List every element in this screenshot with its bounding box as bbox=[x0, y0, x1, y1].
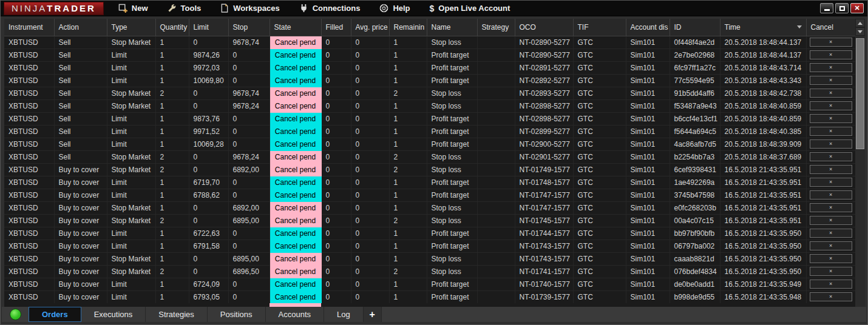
cancel-order-button[interactable]: × bbox=[810, 267, 852, 276]
order-row[interactable]: XBTUSDSellLimit110069,800Cancel pend001P… bbox=[4, 74, 855, 87]
column-header-quantity[interactable]: Quantity bbox=[155, 19, 189, 36]
tab-accounts[interactable]: Accounts bbox=[266, 307, 324, 322]
cancel-order-button[interactable]: × bbox=[810, 203, 852, 212]
order-row[interactable]: XBTUSDBuy to coverLimit16793,050Cancel p… bbox=[4, 290, 855, 303]
order-row[interactable]: XBTUSDSellLimit19873,760Cancel pend001Pr… bbox=[4, 112, 855, 125]
cell-oco: NT-02890-5277 bbox=[515, 49, 573, 61]
order-row[interactable]: XBTUSDSellStop Market209678,74Cancel pen… bbox=[4, 87, 855, 99]
cancel-order-button[interactable]: × bbox=[810, 152, 852, 161]
order-row[interactable]: XBTUSDBuy to coverLimit16788,620Cancel p… bbox=[4, 189, 855, 201]
cancel-order-button[interactable]: × bbox=[810, 254, 852, 263]
cell-cancel: × bbox=[806, 278, 855, 290]
lifebuoy-icon bbox=[379, 4, 388, 13]
order-row[interactable]: XBTUSDBuy to coverStop Market206892,00Ca… bbox=[4, 163, 855, 176]
order-row[interactable]: XBTUSDSellStop Market209678,24Cancel pen… bbox=[4, 150, 855, 163]
column-header-stop[interactable]: Stop bbox=[228, 19, 270, 36]
cell-oco: NT-02899-5277 bbox=[515, 125, 573, 138]
cancel-order-button[interactable]: × bbox=[810, 76, 852, 85]
cell-time: 20.5.2018 18:48:40.385 bbox=[720, 125, 806, 138]
cancel-order-button[interactable]: × bbox=[810, 292, 852, 301]
tab-positions[interactable]: Positions bbox=[208, 307, 266, 322]
tab-executions[interactable]: Executions bbox=[81, 307, 146, 322]
cancel-order-button[interactable]: × bbox=[810, 229, 852, 238]
column-header-strategy[interactable]: Strategy bbox=[477, 19, 515, 36]
cancel-order-button[interactable]: × bbox=[810, 101, 852, 110]
minimize-button[interactable] bbox=[820, 3, 833, 13]
column-header-state[interactable]: State bbox=[270, 19, 321, 36]
cell-strategy bbox=[477, 99, 515, 112]
tab-orders[interactable]: Orders bbox=[29, 307, 81, 322]
column-header-id[interactable]: ID bbox=[670, 19, 720, 36]
vertical-scrollbar[interactable] bbox=[855, 19, 865, 307]
column-header-remaining[interactable]: Remainin bbox=[389, 19, 427, 36]
scroll-down-button[interactable] bbox=[855, 27, 865, 36]
order-row[interactable]: XBTUSDBuy to coverStop Market206896,50Ca… bbox=[4, 265, 855, 278]
column-header-avg_price[interactable]: Avg. price bbox=[351, 19, 389, 36]
order-row[interactable]: XBTUSDBuy to coverLimit16722,630Cancel p… bbox=[4, 227, 855, 240]
cancel-order-button[interactable]: × bbox=[810, 139, 852, 149]
column-header-cancel[interactable]: Cancel bbox=[806, 19, 855, 36]
cancel-order-button[interactable]: × bbox=[810, 114, 852, 123]
order-row[interactable]: XBTUSDSellLimit19971,520Cancel pend001Pr… bbox=[4, 125, 855, 138]
cancel-order-button[interactable]: × bbox=[810, 190, 852, 199]
cancel-order-button[interactable]: × bbox=[810, 127, 852, 136]
column-header-type[interactable]: Type bbox=[107, 19, 155, 36]
tab-log[interactable]: Log bbox=[324, 307, 364, 322]
add-tab-button[interactable]: + bbox=[364, 307, 382, 322]
order-row[interactable]: XBTUSDBuy to coverStop Market106892,00Ca… bbox=[4, 201, 855, 214]
order-row[interactable]: XBTUSDSellLimit19874,260Cancel pend001Pr… bbox=[4, 49, 855, 61]
menu-help[interactable]: Help bbox=[370, 1, 419, 16]
menu-tools[interactable]: Tools bbox=[158, 1, 211, 16]
cell-tif: GTC bbox=[573, 99, 626, 112]
order-row[interactable]: XBTUSDBuy to coverStop Market106895,00Ca… bbox=[4, 252, 855, 265]
cell-limit: 0 bbox=[189, 36, 228, 49]
column-header-tif[interactable]: TIF bbox=[573, 19, 626, 36]
order-row[interactable]: XBTUSDSellLimit19972,030Cancel pend001Pr… bbox=[4, 61, 855, 74]
cancel-order-button[interactable]: × bbox=[810, 241, 852, 250]
cancel-order-button[interactable]: × bbox=[810, 178, 852, 187]
cell-account: Sim101 bbox=[626, 201, 670, 214]
cell-action: Sell bbox=[54, 74, 107, 87]
column-header-time[interactable]: Time bbox=[720, 19, 806, 36]
column-header-filled[interactable]: Filled bbox=[321, 19, 351, 36]
column-header-limit[interactable]: Limit bbox=[189, 19, 228, 36]
cancel-order-button[interactable]: × bbox=[810, 89, 852, 98]
order-row[interactable]: XBTUSDSellLimit110069,280Cancel pend001P… bbox=[4, 138, 855, 150]
column-header-oco[interactable]: OCO bbox=[515, 19, 573, 36]
cancel-order-button[interactable]: × bbox=[810, 280, 852, 289]
close-button[interactable]: ✕ bbox=[850, 3, 864, 13]
menu-workspaces[interactable]: Workspaces bbox=[211, 1, 289, 16]
cell-time: 16.5.2018 21:43:35.950 bbox=[720, 240, 806, 252]
maximize-button[interactable] bbox=[835, 3, 849, 13]
scroll-up-button[interactable] bbox=[855, 19, 865, 27]
menu-new[interactable]: New bbox=[109, 1, 158, 16]
cancel-order-button[interactable]: × bbox=[810, 216, 852, 225]
cell-type: Limit bbox=[107, 138, 155, 150]
cell-name: Profit target bbox=[427, 74, 477, 87]
menu-connections[interactable]: Connections bbox=[290, 1, 370, 16]
cell-instrument: XBTUSD bbox=[4, 49, 54, 61]
order-row[interactable]: XBTUSDSellStop Market109678,24Cancel pen… bbox=[4, 99, 855, 112]
connection-status-icon[interactable] bbox=[10, 309, 21, 320]
order-row[interactable]: XBTUSDBuy to coverLimit16719,700Cancel p… bbox=[4, 176, 855, 189]
cell-avg_price: 0 bbox=[351, 265, 389, 278]
order-row[interactable]: XBTUSDBuy to coverStop Market206895,00Ca… bbox=[4, 214, 855, 227]
column-header-name[interactable]: Name bbox=[427, 19, 477, 36]
cancel-order-button[interactable]: × bbox=[810, 50, 852, 59]
menu-open-live-account[interactable]: $ Open Live Account bbox=[420, 1, 520, 16]
cancel-order-button[interactable]: × bbox=[810, 63, 852, 72]
cell-instrument: XBTUSD bbox=[4, 189, 54, 201]
column-header-account[interactable]: Account dis bbox=[626, 19, 670, 36]
scrollbar-thumb[interactable] bbox=[856, 38, 864, 149]
column-header-instrument[interactable]: Instrument bbox=[4, 19, 54, 36]
cell-quantity: 2 bbox=[155, 150, 189, 163]
order-row[interactable]: XBTUSDSellStop Market109678,74Cancel pen… bbox=[4, 36, 855, 49]
column-header-action[interactable]: Action bbox=[54, 19, 107, 36]
order-row[interactable]: XBTUSDBuy to coverLimit16724,090Cancel p… bbox=[4, 278, 855, 290]
cancel-order-button[interactable]: × bbox=[810, 38, 852, 47]
order-row[interactable]: XBTUSDBuy to coverLimit16791,580Cancel p… bbox=[4, 240, 855, 252]
cancel-order-button[interactable]: × bbox=[810, 165, 852, 174]
tab-strategies[interactable]: Strategies bbox=[146, 307, 208, 322]
cell-time: 16.5.2018 21:43:35.951 bbox=[720, 201, 806, 214]
column-header-label: Action bbox=[59, 23, 79, 32]
